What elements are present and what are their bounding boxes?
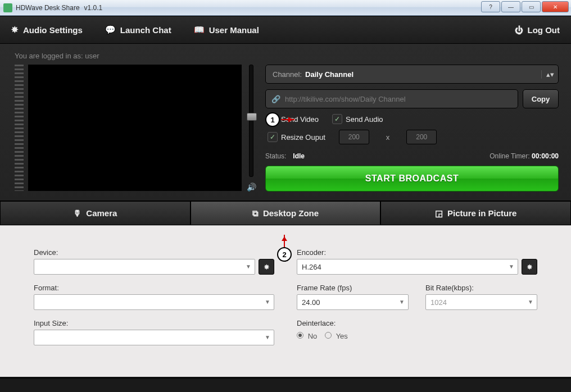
desktop-icon: ⧉ (252, 208, 259, 218)
resize-output-checkbox[interactable] (268, 132, 278, 142)
tab-camera-label: Camera (86, 208, 117, 218)
bitrate-select[interactable]: 1024 ▼ (425, 294, 537, 310)
channel-label: Channel: (273, 70, 302, 79)
volume-track[interactable] (249, 65, 253, 177)
timer-label: Online Timer: (490, 152, 529, 160)
encoder-label: Encoder: (297, 248, 537, 257)
volume-thumb[interactable] (247, 113, 257, 121)
mode-tabs: 🎙 Camera ⧉ Desktop Zone ◲ Picture in Pic… (0, 200, 571, 225)
callout-2: 2 (277, 247, 292, 262)
fps-value: 24.00 (302, 298, 320, 307)
deinterlace-no-label: No (308, 332, 318, 340)
format-label: Format: (34, 284, 274, 292)
launch-chat-button[interactable]: 💬 Launch Chat (105, 25, 171, 35)
deinterlace-label: Deinterlace: (297, 319, 537, 327)
copy-label: Copy (532, 95, 550, 103)
chevron-down-icon: ▼ (246, 263, 251, 270)
audio-level-meter (15, 65, 24, 191)
deinterlace-no-radio[interactable] (297, 332, 303, 339)
device-settings-button[interactable]: ✸ (259, 259, 274, 275)
device-label: Device: (34, 248, 274, 257)
callout-2-arrow (284, 235, 285, 247)
copy-button[interactable]: Copy (523, 89, 559, 108)
chevron-down-icon: ▼ (528, 299, 533, 305)
login-prefix: You are logged in as: (15, 52, 83, 60)
encoder-settings-button[interactable]: ✸ (522, 259, 537, 275)
window-help-button[interactable]: ? (481, 1, 500, 12)
status-label: Status: (265, 152, 286, 160)
window-footer (0, 377, 571, 379)
app-icon (3, 3, 12, 12)
window-close-button[interactable]: ✕ (542, 1, 569, 12)
callout-1: 1 (265, 112, 280, 127)
chevron-down-icon: ▼ (265, 334, 270, 340)
book-icon: 📖 (194, 25, 205, 35)
main-toolbar: ✸ Audio Settings 💬 Launch Chat 📖 User Ma… (0, 16, 571, 44)
tab-pip-label: Picture in Picture (447, 208, 516, 218)
status-value: Idle (293, 152, 305, 160)
input-size-select[interactable]: ▼ (34, 330, 274, 345)
video-preview (28, 65, 242, 191)
x-separator: x (386, 133, 390, 142)
login-status: You are logged in as: user (15, 52, 559, 60)
send-audio-checkbox[interactable] (332, 114, 342, 124)
broadcast-panel: You are logged in as: user 🔊 Channel: Da… (0, 44, 571, 200)
deinterlace-yes-label: Yes (336, 332, 348, 340)
resize-width-input[interactable]: 200 (339, 130, 369, 144)
user-manual-label: User Manual (209, 25, 259, 35)
channel-value: Daily Channel (305, 70, 354, 79)
audio-settings-label: Audio Settings (23, 25, 83, 35)
window-titlebar: HDWave Desk Share v1.0.1 ? — ▭ ✕ (0, 0, 571, 16)
resize-height-input[interactable]: 200 (406, 130, 437, 144)
camera-icon: 🎙 (73, 208, 81, 218)
bitrate-label: Bit Rate(kbps): (425, 284, 537, 292)
format-select[interactable]: ▼ (34, 294, 274, 310)
deinterlace-yes-radio[interactable] (325, 332, 332, 339)
tab-picture-in-picture[interactable]: ◲ Picture in Picture (380, 201, 571, 225)
window-maximize-button[interactable]: ▭ (522, 1, 541, 12)
tab-camera[interactable]: 🎙 Camera (0, 201, 191, 225)
power-icon: ⏻ (515, 25, 523, 35)
window-minimize-button[interactable]: — (501, 1, 520, 12)
chevron-down-icon: ▼ (399, 299, 405, 305)
chevron-updown-icon: ▴▾ (541, 70, 551, 79)
gear-icon: ✸ (264, 263, 270, 271)
link-icon: 🔗 (271, 95, 280, 103)
start-broadcast-button[interactable]: START BROADCAST (265, 166, 559, 192)
tab-desktop-zone[interactable]: ⧉ Desktop Zone (191, 201, 381, 225)
gear-icon: ✸ (11, 25, 19, 35)
callout-1-arrow (281, 119, 294, 120)
audio-settings-button[interactable]: ✸ Audio Settings (11, 25, 83, 35)
send-audio-label: Send Audio (346, 115, 383, 124)
resize-output-label: Resize Ouput (281, 133, 325, 142)
channel-select[interactable]: Channel: Daily Channel ▴▾ (265, 65, 559, 84)
timer-value: 00:00:00 (532, 152, 559, 160)
encoder-value: H.264 (302, 263, 321, 271)
launch-chat-label: Launch Chat (120, 25, 171, 35)
user-manual-button[interactable]: 📖 User Manual (194, 25, 259, 35)
stream-url: http://tikilive.com/show/Daily Channel (285, 95, 406, 103)
device-select[interactable]: ▼ (34, 259, 255, 275)
tab-desktop-label: Desktop Zone (263, 208, 319, 218)
bitrate-value: 1024 (430, 298, 447, 307)
pip-icon: ◲ (435, 208, 443, 218)
chevron-down-icon: ▼ (265, 299, 270, 305)
log-out-button[interactable]: ⏻ Log Out (515, 25, 560, 35)
volume-slider[interactable]: 🔊 (246, 65, 256, 192)
chevron-down-icon: ▼ (509, 263, 514, 270)
fps-select[interactable]: 24.00 ▼ (297, 294, 409, 310)
app-title: HDWave Desk Share (16, 4, 80, 12)
encoder-select[interactable]: H.264 ▼ (297, 259, 518, 275)
chat-icon: 💬 (105, 25, 116, 35)
stream-url-box: 🔗 http://tikilive.com/show/Daily Channel (265, 89, 518, 108)
broadcast-label: START BROADCAST (365, 174, 459, 184)
login-user: user (85, 52, 99, 60)
fps-label: Frame Rate (fps) (297, 284, 409, 292)
speaker-icon: 🔊 (247, 183, 256, 192)
gear-icon: ✸ (527, 263, 533, 271)
app-version: v1.0.1 (84, 4, 103, 12)
input-size-label: Input Size: (34, 319, 274, 327)
log-out-label: Log Out (528, 25, 560, 35)
